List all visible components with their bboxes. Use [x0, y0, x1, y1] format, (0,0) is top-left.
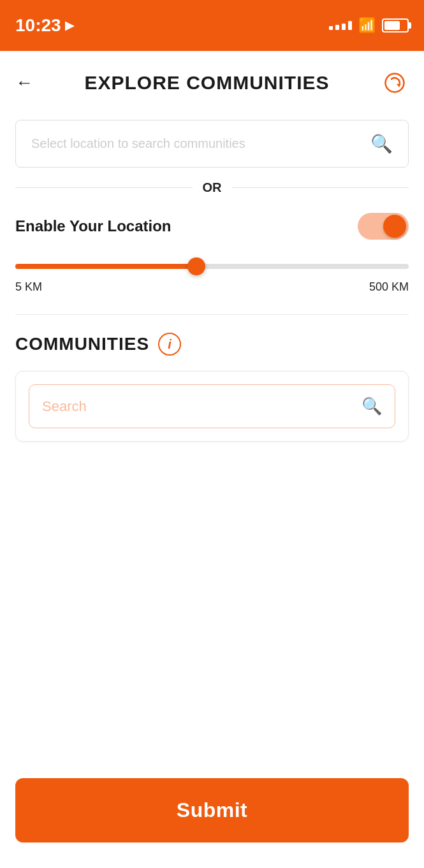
location-arrow-icon: ▶: [65, 18, 74, 33]
wifi-icon: 📶: [358, 17, 376, 34]
header: ← EXPLORE COMMUNITIES: [0, 51, 424, 110]
refresh-icon: [384, 72, 406, 94]
enable-location-row: Enable Your Location: [15, 213, 409, 240]
toggle-thumb: [383, 215, 406, 238]
back-arrow-icon: ←: [15, 73, 33, 92]
status-bar: 10:23 ▶ 📶: [0, 0, 424, 51]
back-button[interactable]: ←: [15, 73, 33, 93]
page-title: EXPLORE COMMUNITIES: [84, 72, 329, 94]
status-icons: 📶: [329, 17, 409, 34]
communities-section-header: COMMUNITIES i: [15, 333, 409, 356]
time-display: 10:23: [15, 15, 61, 36]
enable-location-label: Enable Your Location: [15, 217, 171, 235]
location-search-icon: 🔍: [370, 133, 393, 154]
slider-thumb[interactable]: [187, 257, 205, 275]
section-divider: [15, 314, 409, 315]
divider-line-right: [232, 187, 409, 188]
or-divider: OR: [15, 180, 409, 195]
community-search-field[interactable]: Search 🔍: [29, 384, 395, 428]
info-label: i: [168, 337, 172, 352]
location-search-placeholder: Select location to search communities: [31, 136, 245, 151]
info-icon[interactable]: i: [158, 333, 181, 356]
divider-line-left: [15, 187, 193, 188]
communities-box: Search 🔍: [15, 371, 409, 442]
slider-max-label: 500 KM: [369, 280, 409, 294]
communities-title: COMMUNITIES: [15, 334, 149, 354]
slider-wrapper: [15, 260, 409, 273]
slider-min-label: 5 KM: [15, 280, 42, 294]
submit-button[interactable]: Submit: [15, 778, 409, 843]
or-text: OR: [203, 180, 222, 195]
location-search-field[interactable]: Select location to search communities 🔍: [15, 120, 409, 168]
location-toggle[interactable]: [358, 213, 409, 240]
status-time: 10:23 ▶: [15, 15, 74, 36]
slider-fill: [15, 264, 196, 269]
community-search-icon: 🔍: [362, 396, 382, 416]
distance-slider-section: 5 KM 500 KM: [15, 260, 409, 294]
svg-marker-1: [397, 84, 402, 86]
content-area: Select location to search communities 🔍 …: [0, 110, 424, 442]
slider-labels: 5 KM 500 KM: [15, 280, 409, 294]
svg-point-0: [386, 74, 404, 92]
refresh-button[interactable]: [381, 69, 409, 97]
community-search-placeholder: Search: [42, 398, 87, 415]
battery-icon: [382, 18, 409, 33]
signal-icon: [329, 21, 352, 30]
submit-container: Submit: [15, 778, 409, 843]
